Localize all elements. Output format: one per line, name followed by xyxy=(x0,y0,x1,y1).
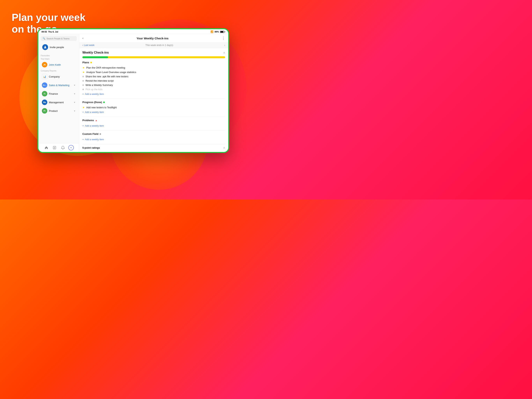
management-label: Management xyxy=(49,101,72,104)
back-button[interactable]: ‹ xyxy=(82,36,83,40)
company-label: Company xyxy=(49,75,76,78)
more-button[interactable]: ⋮ xyxy=(222,36,225,40)
sidebar-item-finance[interactable]: Fi Finance ▼ xyxy=(39,90,78,98)
plan-item-1-text: Plan the OKR retrospective meeting xyxy=(86,66,125,69)
top-bar-title: Your Weekly Check-ins xyxy=(86,37,219,40)
progress-item-1-text: Add new testers to Testflight xyxy=(86,106,117,109)
sidebar-item-management[interactable]: Ma Management ▼ xyxy=(39,98,78,106)
reports-nav-icon[interactable] xyxy=(52,145,57,150)
plan-item-4-text: Revisit the interview script xyxy=(85,79,114,82)
next-week-button[interactable]: › xyxy=(224,44,225,47)
add-weekly-label: Add a weekly item xyxy=(85,93,104,96)
plan-item-4: Revisit the interview script xyxy=(82,79,225,83)
progress-done-dot xyxy=(103,102,105,103)
favourites-label: Favourites xyxy=(38,54,79,57)
your-team-label: Your team xyxy=(38,57,79,60)
plan-item-6-text: Pick up the kids xyxy=(85,88,103,91)
last-week-label: Last week xyxy=(84,44,95,46)
top-bar: ‹ Your Weekly Check-ins ⋮ xyxy=(79,34,228,42)
circle-dot-icon xyxy=(82,80,84,82)
invite-label: Invite people xyxy=(50,46,64,49)
add-weekly-label: Add a weekly item xyxy=(85,111,104,114)
custom-field-section: Custom Field + Add a weekly item xyxy=(82,130,225,142)
plan-item-5-text: Write a Weekly Summary xyxy=(85,84,113,86)
week-ends-label: This week ends in 1 day(s) xyxy=(146,44,173,46)
five-point-header: 5-point ratings ∧ xyxy=(82,146,225,149)
weekly-checkins-header: Weekly Check-ins ∧ xyxy=(82,51,225,54)
custom-field-dot xyxy=(100,133,101,135)
sidebar-item-sales-marketing[interactable]: Su... Sales & Marketing ▼ xyxy=(39,81,78,89)
week-nav: ‹ Last week This week ends in 1 day(s) › xyxy=(79,42,228,48)
section-collapse-icon[interactable]: ∧ xyxy=(223,51,225,54)
wifi-icon: 📶 xyxy=(210,30,213,33)
sidebar-item-company[interactable]: 📊 Company xyxy=(39,72,78,81)
circle-dot-icon xyxy=(82,84,84,86)
sidebar-item-john-keith[interactable]: JK John Keith xyxy=(39,61,78,69)
bell-nav-icon[interactable] xyxy=(60,145,66,150)
add-nav-icon[interactable]: + xyxy=(68,145,74,150)
chevron-left-icon: ‹ xyxy=(82,44,83,46)
progress-bar xyxy=(82,56,225,58)
product-avatar: Pr xyxy=(42,108,47,114)
progress-done-section: Progress (Done) ★ Add new testers to Tes… xyxy=(82,99,225,114)
add-icon: + xyxy=(82,138,84,141)
add-weekly-item-plans[interactable]: + Add a weekly item xyxy=(82,91,225,96)
problems-dot: ▲ xyxy=(95,119,97,122)
svg-point-0 xyxy=(44,46,46,47)
hero-line1: Plan your week xyxy=(12,12,85,23)
battery-indicator xyxy=(220,31,225,33)
add-icon: + xyxy=(82,93,84,96)
invite-avatar xyxy=(42,44,48,50)
plans-section-header: Plans xyxy=(82,61,225,64)
search-box[interactable]: 🔍 Search People & Teams xyxy=(41,36,77,41)
star-icon: ★ xyxy=(82,71,85,74)
plan-item-6: Pick up the kids xyxy=(82,87,225,91)
progress-done-title: Progress (Done) xyxy=(82,101,102,104)
chevron-down-icon: ▼ xyxy=(74,93,76,95)
management-avatar: Ma xyxy=(42,100,47,105)
john-keith-avatar: JK xyxy=(42,62,47,67)
status-date: Thu 6. Jul xyxy=(48,31,58,33)
five-point-title: 5-point ratings xyxy=(82,146,100,149)
scroll-area[interactable]: Weekly Check-ins ∧ Plans ★ Plan the OKR … xyxy=(79,48,228,152)
custom-field-header: Custom Field xyxy=(82,133,225,135)
progress-bar-fill xyxy=(82,56,108,58)
add-weekly-item-custom[interactable]: + Add a weekly item xyxy=(82,137,225,142)
bottom-nav: + xyxy=(38,143,79,152)
company-icon: 📊 xyxy=(42,74,47,79)
sidebar: 🔍 Search People & Teams Invite people Fa… xyxy=(38,34,79,152)
progress-done-header: Progress (Done) xyxy=(82,101,225,104)
last-week-button[interactable]: ‹ Last week xyxy=(82,44,95,46)
device-frame: 09:55 Thu 6. Jul 📶 89% 🔍 Search People &… xyxy=(37,28,229,153)
finance-avatar: Fi xyxy=(42,91,47,97)
product-label: Product xyxy=(49,109,72,112)
problems-title: Problems xyxy=(82,119,94,122)
add-weekly-item-problems[interactable]: + Add a weekly item xyxy=(82,123,225,128)
circle-dot-icon xyxy=(82,89,84,90)
battery-percent: 89% xyxy=(215,31,219,33)
five-point-collapse-icon[interactable]: ∧ xyxy=(223,146,225,149)
chevron-down-icon: ▼ xyxy=(74,84,76,86)
progress-item-1: ★ Add new testers to Testflight xyxy=(82,105,225,110)
app-body: 🔍 Search People & Teams Invite people Fa… xyxy=(38,34,228,152)
home-nav-icon[interactable] xyxy=(44,145,49,150)
svg-rect-1 xyxy=(53,146,56,149)
plan-item-5: Write a Weekly Summary xyxy=(82,83,225,87)
main-content: ‹ Your Weekly Check-ins ⋮ ‹ Last week Th… xyxy=(79,34,228,152)
custom-field-title: Custom Field xyxy=(82,133,98,135)
star-icon: ★ xyxy=(82,106,85,109)
plan-item-2: ★ Analyze Team Level Overview usage stat… xyxy=(82,70,225,74)
plans-dot xyxy=(90,62,92,63)
sidebar-item-product[interactable]: Pr Product ▼ xyxy=(39,107,78,115)
finance-label: Finance xyxy=(49,92,72,95)
plan-item-3-text: Share the new .apk file with new testers xyxy=(85,75,128,78)
invite-people-button[interactable]: Invite people xyxy=(41,43,77,51)
problems-section: Problems ▲ + Add a weekly item xyxy=(82,117,225,128)
sales-marketing-label: Sales & Marketing xyxy=(49,84,72,87)
search-placeholder: Search People & Teams xyxy=(47,37,70,40)
search-icon: 🔍 xyxy=(43,37,45,40)
plans-title: Plans xyxy=(82,61,89,64)
plan-item-3: Share the new .apk file with new testers xyxy=(82,74,225,79)
weekly-checkins-title: Weekly Check-ins xyxy=(82,51,109,54)
add-weekly-item-progress[interactable]: + Add a weekly item xyxy=(82,110,225,114)
